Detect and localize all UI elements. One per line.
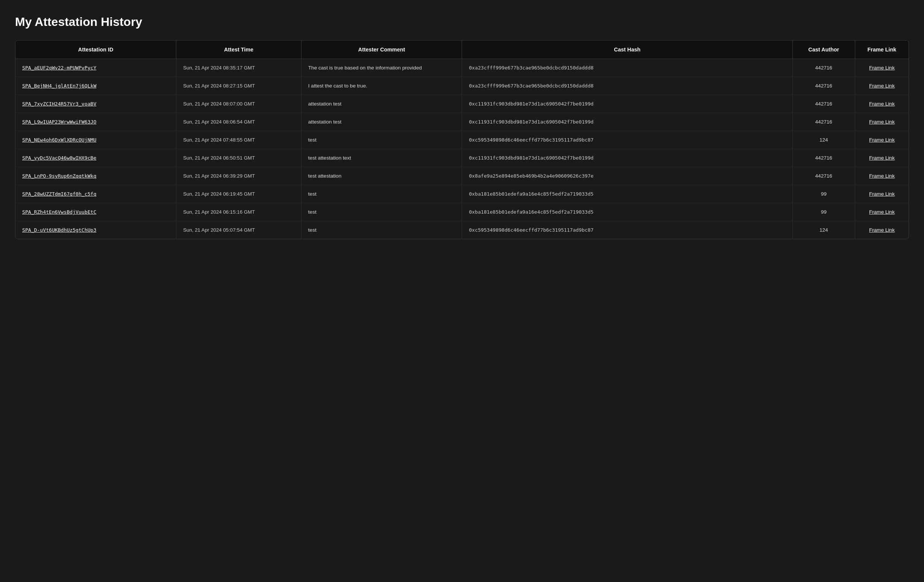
cast-hash-value: 0x8afe9a25e894e85eb469b4b2a4e90609626c39… xyxy=(469,173,594,179)
cast-hash-value: 0xba181e85b01edefa9a16e4c85f5edf2a719033… xyxy=(469,209,594,215)
cell-comment: The cast is true based on the informatio… xyxy=(301,59,462,77)
cell-cast-hash: 0x8afe9a25e894e85eb469b4b2a4e90609626c39… xyxy=(462,167,792,185)
cast-author-value: 99 xyxy=(821,209,827,215)
cell-cast-hash: 0xc11931fc903dbd981e73d1ac6905042f7be019… xyxy=(462,149,792,167)
frame-link[interactable]: Frame Link xyxy=(869,209,895,215)
cell-frame-link: Frame Link xyxy=(855,203,909,221)
frame-link[interactable]: Frame Link xyxy=(869,137,895,143)
cast-author-value: 442716 xyxy=(815,65,832,71)
comment-value: test xyxy=(308,227,317,233)
comment-value: attestation test xyxy=(308,119,342,125)
attestation-id-link[interactable]: SPA_RZh4tEn6VwsBdjVuubEtC xyxy=(22,209,96,215)
cell-frame-link: Frame Link xyxy=(855,185,909,203)
cell-attestation-id: SPA_D-uVt6UKBdhUz5gtChUp3 xyxy=(15,221,176,239)
cast-hash-value: 0xc595349898d6c46eecffd77b6c3195117ad9bc… xyxy=(469,137,594,143)
attest-time-value: Sun, 21 Apr 2024 06:19:45 GMT xyxy=(183,191,255,197)
attestation-id-link[interactable]: SPA_BejNH4_jglAtEn7j6QLkW xyxy=(22,83,96,89)
cell-comment: test xyxy=(301,221,462,239)
attest-time-value: Sun, 21 Apr 2024 08:27:15 GMT xyxy=(183,83,255,89)
cell-attest-time: Sun, 21 Apr 2024 08:06:54 GMT xyxy=(176,113,302,131)
attest-time-value: Sun, 21 Apr 2024 08:06:54 GMT xyxy=(183,119,255,125)
cell-cast-hash: 0xa23cfff999e677b3cae965be0dcbcd9150dadd… xyxy=(462,59,792,77)
cast-author-value: 442716 xyxy=(815,83,832,89)
cell-cast-hash: 0xc595349898d6c46eecffd77b6c3195117ad9bc… xyxy=(462,221,792,239)
header-frame-link: Frame Link xyxy=(855,41,909,59)
frame-link[interactable]: Frame Link xyxy=(869,101,895,107)
table-row: SPA_28wUZZTdmI67qf0h_c5fq Sun, 21 Apr 20… xyxy=(15,185,909,203)
attestation-id-link[interactable]: SPA_NEw4oh6DxWlXDRcOUjNMU xyxy=(22,137,96,143)
attestation-id-link[interactable]: SPA_28wUZZTdmI67qf0h_c5fq xyxy=(22,191,96,197)
cell-attest-time: Sun, 21 Apr 2024 06:19:45 GMT xyxy=(176,185,302,203)
comment-value: test attestation text xyxy=(308,155,351,161)
attest-time-value: Sun, 21 Apr 2024 06:15:16 GMT xyxy=(183,209,255,215)
cast-hash-value: 0xa23cfff999e677b3cae965be0dcbcd9150dadd… xyxy=(469,83,594,89)
attestation-table: Attestation ID Attest Time Attester Comm… xyxy=(15,41,909,239)
table-row: SPA_L9wIUAP23WrwWwiFW63JO Sun, 21 Apr 20… xyxy=(15,113,909,131)
cell-frame-link: Frame Link xyxy=(855,149,909,167)
comment-value: test xyxy=(308,137,317,143)
cast-author-value: 442716 xyxy=(815,119,832,125)
cast-author-value: 442716 xyxy=(815,173,832,179)
cell-attest-time: Sun, 21 Apr 2024 08:07:00 GMT xyxy=(176,95,302,113)
cell-cast-author: 442716 xyxy=(792,113,855,131)
cell-frame-link: Frame Link xyxy=(855,167,909,185)
cell-cast-hash: 0xba181e85b01edefa9a16e4c85f5edf2a719033… xyxy=(462,203,792,221)
frame-link[interactable]: Frame Link xyxy=(869,191,895,197)
cell-cast-author: 442716 xyxy=(792,95,855,113)
frame-link[interactable]: Frame Link xyxy=(869,65,895,71)
cell-cast-author: 124 xyxy=(792,131,855,149)
table-row: SPA_NEw4oh6DxWlXDRcOUjNMU Sun, 21 Apr 20… xyxy=(15,131,909,149)
cell-attest-time: Sun, 21 Apr 2024 06:39:29 GMT xyxy=(176,167,302,185)
comment-value: The cast is true based on the informatio… xyxy=(308,65,422,71)
frame-link[interactable]: Frame Link xyxy=(869,83,895,89)
cast-hash-value: 0xba181e85b01edefa9a16e4c85f5edf2a719033… xyxy=(469,191,594,197)
cast-hash-value: 0xc11931fc903dbd981e73d1ac6905042f7be019… xyxy=(469,119,594,125)
frame-link[interactable]: Frame Link xyxy=(869,155,895,161)
cell-frame-link: Frame Link xyxy=(855,131,909,149)
frame-link[interactable]: Frame Link xyxy=(869,119,895,125)
page-title: My Attestation History xyxy=(15,15,909,29)
cell-attestation-id: SPA_BejNH4_jglAtEn7j6QLkW xyxy=(15,77,176,95)
header-cast-author: Cast Author xyxy=(792,41,855,59)
attestation-id-link[interactable]: SPA_vyDc5VacQ46w8wIHX9cBe xyxy=(22,155,96,161)
frame-link[interactable]: Frame Link xyxy=(869,173,895,179)
table-body: SPA_aEUF2qWv22-mPUWPvPycY Sun, 21 Apr 20… xyxy=(15,59,909,239)
cell-attestation-id: SPA_RZh4tEn6VwsBdjVuubEtC xyxy=(15,203,176,221)
attest-time-value: Sun, 21 Apr 2024 06:39:29 GMT xyxy=(183,173,255,179)
table-row: SPA_BejNH4_jglAtEn7j6QLkW Sun, 21 Apr 20… xyxy=(15,77,909,95)
comment-value: I attest the cast to be true. xyxy=(308,83,367,89)
cell-cast-hash: 0xba181e85b01edefa9a16e4c85f5edf2a719033… xyxy=(462,185,792,203)
header-cast-hash: Cast Hash xyxy=(462,41,792,59)
attestation-id-link[interactable]: SPA_7xyZCIH24R57Vr3_voaBV xyxy=(22,101,96,107)
cell-attestation-id: SPA_7xyZCIH24R57Vr3_voaBV xyxy=(15,95,176,113)
table-row: SPA_D-uVt6UKBdhUz5gtChUp3 Sun, 21 Apr 20… xyxy=(15,221,909,239)
attestation-id-link[interactable]: SPA_L9wIUAP23WrwWwiFW63JO xyxy=(22,119,96,125)
attestation-id-link[interactable]: SPA_aEUF2qWv22-mPUWPvPycY xyxy=(22,65,96,71)
attestation-id-link[interactable]: SPA_D-uVt6UKBdhUz5gtChUp3 xyxy=(22,227,96,233)
attest-time-value: Sun, 21 Apr 2024 08:07:00 GMT xyxy=(183,101,255,107)
table-row: SPA_aEUF2qWv22-mPUWPvPycY Sun, 21 Apr 20… xyxy=(15,59,909,77)
attestation-table-container: Attestation ID Attest Time Attester Comm… xyxy=(15,40,909,239)
comment-value: test xyxy=(308,209,317,215)
cell-cast-hash: 0xc11931fc903dbd981e73d1ac6905042f7be019… xyxy=(462,95,792,113)
cell-cast-author: 442716 xyxy=(792,167,855,185)
cell-cast-author: 442716 xyxy=(792,59,855,77)
cast-hash-value: 0xc11931fc903dbd981e73d1ac6905042f7be019… xyxy=(469,155,594,161)
frame-link[interactable]: Frame Link xyxy=(869,227,895,233)
cell-comment: test xyxy=(301,185,462,203)
cell-comment: test xyxy=(301,203,462,221)
table-header-row: Attestation ID Attest Time Attester Comm… xyxy=(15,41,909,59)
cell-cast-author: 442716 xyxy=(792,77,855,95)
cast-author-value: 442716 xyxy=(815,101,832,107)
cell-attestation-id: SPA_vyDc5VacQ46w8wIHX9cBe xyxy=(15,149,176,167)
cell-comment: test attestation xyxy=(301,167,462,185)
header-attest-time: Attest Time xyxy=(176,41,302,59)
cast-author-value: 99 xyxy=(821,191,827,197)
cell-cast-hash: 0xa23cfff999e677b3cae965be0dcbcd9150dadd… xyxy=(462,77,792,95)
attestation-id-link[interactable]: SPA_LnPO-9syRup6nZqqtkWkq xyxy=(22,173,96,179)
table-row: SPA_7xyZCIH24R57Vr3_voaBV Sun, 21 Apr 20… xyxy=(15,95,909,113)
comment-value: test attestation xyxy=(308,173,342,179)
cell-frame-link: Frame Link xyxy=(855,77,909,95)
cell-comment: I attest the cast to be true. xyxy=(301,77,462,95)
cell-cast-author: 99 xyxy=(792,185,855,203)
